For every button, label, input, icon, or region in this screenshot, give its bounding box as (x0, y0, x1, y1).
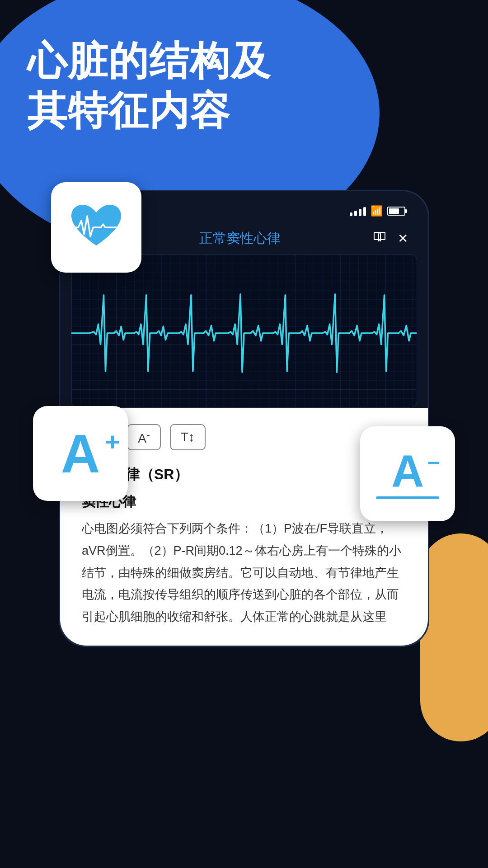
line-height-button[interactable]: T↕ (170, 424, 206, 450)
phone-mockup: 9:41 📶 正常窦性心律 (59, 190, 429, 647)
hero-title: 心脏的结构及 其特征内容 (27, 36, 271, 136)
heart-app-icon (51, 182, 141, 273)
ecg-display (71, 254, 417, 408)
phone-notch (181, 191, 307, 209)
main-section-title: 窦性心律（SR） (82, 465, 406, 485)
a-minus-underline (376, 496, 439, 499)
app-header-title: 正常窦性心律 (107, 229, 372, 248)
close-icon[interactable]: ✕ (398, 231, 408, 246)
a-plus-label: A+ (61, 426, 100, 481)
status-icons: 📶 (350, 205, 405, 217)
sub-section-title: 窦性心律 (82, 493, 406, 511)
a-plus-superscript: + (105, 429, 120, 454)
hero-title-line1: 心脏的结构及 (27, 36, 271, 86)
battery-icon (387, 207, 405, 216)
font-controls: A+ A- T↕ (82, 424, 406, 450)
a-minus-card: A− (360, 426, 455, 521)
a-plus-card: A+ (33, 406, 128, 501)
heart-ecg-icon (67, 203, 126, 252)
a-minus-label: A− (391, 448, 424, 494)
body-text: 心电图必须符合下列两个条件：（1）P波在/F导联直立，aVR倒置。（2）P-R间… (82, 518, 406, 627)
wifi-icon: 📶 (371, 205, 383, 217)
book-icon[interactable] (372, 231, 387, 246)
signal-icon (350, 206, 366, 216)
header-actions: ✕ (372, 231, 408, 246)
font-decrease-button[interactable]: A- (127, 424, 160, 450)
orange-decoration (420, 533, 488, 741)
a-minus-superscript: − (427, 452, 440, 474)
hero-title-line2: 其特征内容 (27, 86, 271, 136)
svg-rect-1 (71, 255, 417, 407)
